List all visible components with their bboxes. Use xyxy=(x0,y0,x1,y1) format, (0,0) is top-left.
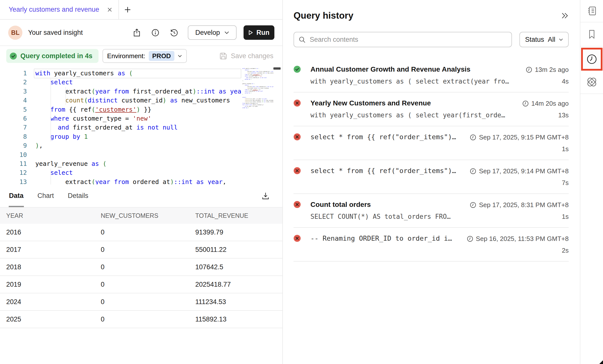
code-line[interactable]: 12 select xyxy=(0,168,282,177)
code-line[interactable]: 4 count(distinct customer_id) as new_cus… xyxy=(0,96,282,105)
table-row[interactable]: 20250115892.13 xyxy=(0,311,282,328)
status-filter-value: All xyxy=(548,36,555,44)
line-number: 10 xyxy=(0,150,27,159)
tab-data[interactable]: Data xyxy=(9,184,24,207)
query-status-bar: Query completed in 4s Environment: PROD … xyxy=(0,46,282,66)
tab-yearly-customers-and-revenue[interactable]: Yearly customers and revenue xyxy=(0,0,119,19)
highlight-box xyxy=(581,48,603,71)
cursor-line-highlight xyxy=(34,69,241,78)
history-item[interactable]: Annual Customer Growth and Revenue Analy… xyxy=(294,59,569,92)
table-row[interactable]: 20180107642.5 xyxy=(0,259,282,276)
avatar[interactable]: BL xyxy=(8,26,22,40)
sidebar-item-query-history-active[interactable] xyxy=(580,46,603,71)
table-row[interactable]: 2016091399.79 xyxy=(0,224,282,241)
code-line[interactable]: 10 xyxy=(0,150,282,159)
column-header-total-revenue[interactable]: TOTAL_REVENUE xyxy=(195,212,282,219)
line-number: 1 xyxy=(0,69,27,78)
history-item[interactable]: Count total ordersSep 17, 2025, 8:31 PM … xyxy=(294,194,569,228)
history-item-duration: 1s xyxy=(562,145,569,153)
resize-handle[interactable] xyxy=(599,360,603,364)
query-history-panel: Query history Status All Annual Customer… xyxy=(283,0,580,364)
environment-selector[interactable]: Environment: PROD xyxy=(102,49,187,63)
download-icon[interactable] xyxy=(262,192,269,200)
code-line[interactable]: 11yearly_revenue as ( xyxy=(0,159,282,168)
code-line[interactable]: 13 extract(year from ordered_at)::int as… xyxy=(0,178,282,184)
column-header-new-customers[interactable]: NEW_CUSTOMERS xyxy=(101,212,195,219)
table-row[interactable]: 20170550011.22 xyxy=(0,241,282,259)
sidebar-item-bookmarks[interactable] xyxy=(580,22,603,46)
app-window: Yearly customers and revenue BL Your sav… xyxy=(0,0,603,364)
table-cell: 0 xyxy=(101,316,195,323)
search-box[interactable] xyxy=(294,32,512,47)
new-tab-button[interactable] xyxy=(124,6,131,13)
column-header-year[interactable]: YEAR xyxy=(6,212,101,219)
notebook-icon xyxy=(587,6,597,16)
table-cell: 2016 xyxy=(6,228,101,236)
history-clock-icon xyxy=(586,53,598,65)
panel-title: Query history xyxy=(294,10,561,21)
close-icon[interactable] xyxy=(107,7,112,12)
copilot-icon xyxy=(586,76,598,88)
code-line[interactable]: 8 group by 1 xyxy=(0,132,282,141)
history-item-query-preview: with yearly_customers as ( select extrac… xyxy=(310,78,526,85)
results-tab-bar: Data Chart Details xyxy=(0,184,282,208)
line-number: 9 xyxy=(0,141,27,150)
line-number: 7 xyxy=(0,123,27,132)
clock-icon xyxy=(470,134,476,140)
insight-title: Your saved insight xyxy=(28,29,83,37)
table-row[interactable]: 20240111234.53 xyxy=(0,293,282,311)
collapse-panel-icon[interactable] xyxy=(561,12,569,19)
chevron-down-icon xyxy=(224,31,229,34)
code-line[interactable]: 7 and first_ordered_at is not null xyxy=(0,123,282,132)
clock-icon xyxy=(522,100,529,107)
table-cell: 0 xyxy=(101,281,195,288)
share-icon[interactable] xyxy=(133,29,141,37)
version-history-icon[interactable] xyxy=(170,29,178,37)
table-cell: 2018 xyxy=(6,263,101,271)
table-cell: 0 xyxy=(101,246,195,254)
table-cell: 115892.13 xyxy=(195,316,282,323)
editor-minimap[interactable]: with yearly_customers as ( select extrac… xyxy=(242,68,273,114)
sql-editor[interactable]: 1with yearly_customers as (2 select3 ext… xyxy=(0,66,282,184)
environment-value-badge: PROD xyxy=(149,51,174,61)
search-icon xyxy=(299,36,305,43)
info-icon[interactable] xyxy=(151,29,159,37)
history-item-title: -- Renaming ORDER_ID to order_id i… xyxy=(310,234,467,242)
history-item-query-preview: SELECT COUNT(*) AS total_orders FRO… xyxy=(310,213,470,220)
history-item-title: Annual Customer Growth and Revenue Analy… xyxy=(310,65,526,73)
tab-chart[interactable]: Chart xyxy=(37,184,54,207)
sidebar-item-notebook[interactable] xyxy=(580,0,603,22)
code-line[interactable]: 2 select xyxy=(0,78,282,87)
save-changes-button[interactable]: Save changes xyxy=(219,52,273,60)
history-item[interactable]: select * from {{ ref("order_items")…Sep … xyxy=(294,126,569,160)
table-cell: 2019 xyxy=(6,281,101,288)
scrollbar-thumb[interactable] xyxy=(273,67,281,70)
chevron-down-icon xyxy=(559,38,563,41)
results-table-header: YEAR NEW_CUSTOMERS TOTAL_REVENUE xyxy=(0,208,282,224)
develop-button[interactable]: Develop xyxy=(188,25,237,40)
save-icon xyxy=(219,52,227,60)
history-item[interactable]: Yearly New Customers and Revenue14m 20s … xyxy=(294,92,569,126)
code-area[interactable]: 1with yearly_customers as (2 select3 ext… xyxy=(0,69,282,184)
search-input[interactable] xyxy=(310,36,506,44)
code-line[interactable]: 6 where customer_type = 'new' xyxy=(0,114,282,123)
run-button[interactable]: Run xyxy=(244,25,274,40)
insight-header: BL Your saved insight xyxy=(0,20,282,46)
history-item[interactable]: select * from {{ ref("order_items")…Sep … xyxy=(294,160,569,194)
table-cell: 0 xyxy=(101,228,195,236)
success-check-icon xyxy=(9,52,17,60)
code-line[interactable]: 9), xyxy=(0,141,282,150)
query-status-badge: Query completed in 4s xyxy=(6,49,99,63)
editor-tab-bar: Yearly customers and revenue xyxy=(0,0,282,20)
table-row[interactable]: 201902025418.77 xyxy=(0,276,282,293)
code-line[interactable]: 5 from {{ ref('customers') }} xyxy=(0,105,282,114)
clock-icon xyxy=(467,236,473,242)
history-item-query-preview: with yearly_customers as ( select year(f… xyxy=(310,111,522,119)
code-line[interactable]: 3 extract(year from first_ordered_at)::i… xyxy=(0,87,282,96)
sidebar-item-copilot[interactable] xyxy=(580,71,603,94)
history-item-duration: 4s xyxy=(562,78,569,85)
history-item[interactable]: -- Renaming ORDER_ID to order_id i…Sep 1… xyxy=(294,228,569,262)
tab-details[interactable]: Details xyxy=(68,184,89,207)
status-filter-dropdown[interactable]: Status All xyxy=(519,32,569,47)
play-icon xyxy=(249,30,253,35)
